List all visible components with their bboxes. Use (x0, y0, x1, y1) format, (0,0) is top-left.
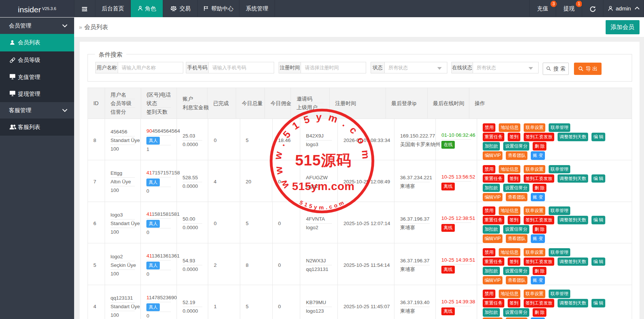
svg-text:515ym.com: 515ym.com (292, 180, 355, 192)
svg-text:515源码: 515源码 (295, 152, 352, 168)
